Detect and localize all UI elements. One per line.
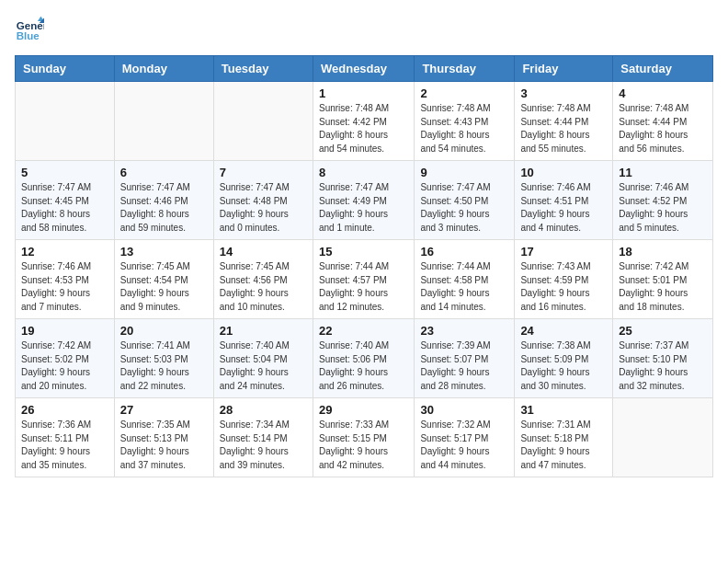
- day-info: Sunrise: 7:46 AM Sunset: 4:52 PM Dayligh…: [619, 181, 707, 235]
- svg-text:Blue: Blue: [17, 30, 40, 41]
- day-number: 3: [520, 86, 607, 100]
- day-number: 28: [220, 403, 307, 417]
- calendar-cell: 1Sunrise: 7:48 AM Sunset: 4:42 PM Daylig…: [313, 82, 414, 161]
- day-header-saturday: Saturday: [613, 56, 713, 82]
- calendar-cell: 25Sunrise: 7:37 AM Sunset: 5:10 PM Dayli…: [613, 319, 713, 398]
- calendar-cell: [114, 82, 213, 161]
- day-info: Sunrise: 7:46 AM Sunset: 4:51 PM Dayligh…: [520, 181, 607, 235]
- day-number: 11: [619, 166, 707, 179]
- day-number: 30: [420, 403, 508, 417]
- day-info: Sunrise: 7:47 AM Sunset: 4:49 PM Dayligh…: [319, 181, 408, 235]
- calendar-cell: 31Sunrise: 7:31 AM Sunset: 5:18 PM Dayli…: [515, 398, 613, 477]
- calendar-cell: 28Sunrise: 7:34 AM Sunset: 5:14 PM Dayli…: [213, 398, 313, 477]
- calendar-cell: 27Sunrise: 7:35 AM Sunset: 5:13 PM Dayli…: [114, 398, 213, 477]
- day-info: Sunrise: 7:44 AM Sunset: 4:57 PM Dayligh…: [319, 260, 408, 314]
- day-header-tuesday: Tuesday: [213, 56, 313, 82]
- day-number: 17: [520, 245, 607, 259]
- day-info: Sunrise: 7:45 AM Sunset: 4:54 PM Dayligh…: [120, 260, 208, 314]
- calendar-table: SundayMondayTuesdayWednesdayThursdayFrid…: [15, 55, 713, 477]
- calendar-cell: 23Sunrise: 7:39 AM Sunset: 5:07 PM Dayli…: [415, 319, 515, 398]
- day-info: Sunrise: 7:32 AM Sunset: 5:17 PM Dayligh…: [420, 419, 508, 472]
- day-number: 13: [120, 245, 208, 259]
- day-number: 31: [520, 403, 607, 417]
- day-info: Sunrise: 7:46 AM Sunset: 4:53 PM Dayligh…: [21, 260, 108, 314]
- calendar-cell: 13Sunrise: 7:45 AM Sunset: 4:54 PM Dayli…: [114, 240, 213, 319]
- day-number: 7: [220, 166, 307, 179]
- calendar-cell: 16Sunrise: 7:44 AM Sunset: 4:58 PM Dayli…: [415, 240, 515, 319]
- calendar-cell: 30Sunrise: 7:32 AM Sunset: 5:17 PM Dayli…: [415, 398, 515, 477]
- day-info: Sunrise: 7:48 AM Sunset: 4:44 PM Dayligh…: [520, 102, 607, 155]
- day-number: 16: [420, 245, 508, 259]
- calendar-cell: [213, 82, 313, 161]
- day-number: 26: [21, 403, 108, 417]
- day-number: 23: [420, 324, 508, 338]
- calendar-cell: 7Sunrise: 7:47 AM Sunset: 4:48 PM Daylig…: [213, 161, 313, 240]
- calendar-cell: 6Sunrise: 7:47 AM Sunset: 4:46 PM Daylig…: [114, 161, 213, 240]
- day-number: 25: [619, 324, 707, 338]
- logo: General Blue: [15, 15, 48, 44]
- day-number: 24: [520, 324, 607, 338]
- day-number: 22: [319, 324, 408, 338]
- day-info: Sunrise: 7:43 AM Sunset: 4:59 PM Dayligh…: [520, 260, 607, 314]
- day-info: Sunrise: 7:38 AM Sunset: 5:09 PM Dayligh…: [520, 339, 607, 393]
- calendar-cell: 14Sunrise: 7:45 AM Sunset: 4:56 PM Dayli…: [213, 240, 313, 319]
- calendar-cell: [613, 398, 713, 477]
- day-info: Sunrise: 7:42 AM Sunset: 5:01 PM Dayligh…: [619, 260, 707, 314]
- day-info: Sunrise: 7:35 AM Sunset: 5:13 PM Dayligh…: [120, 419, 208, 472]
- day-number: 4: [619, 86, 707, 100]
- calendar-cell: 10Sunrise: 7:46 AM Sunset: 4:51 PM Dayli…: [515, 161, 613, 240]
- day-info: Sunrise: 7:48 AM Sunset: 4:42 PM Dayligh…: [319, 102, 408, 155]
- calendar-cell: 17Sunrise: 7:43 AM Sunset: 4:59 PM Dayli…: [515, 240, 613, 319]
- day-info: Sunrise: 7:42 AM Sunset: 5:02 PM Dayligh…: [21, 339, 108, 393]
- day-number: 10: [520, 166, 607, 179]
- calendar-cell: 20Sunrise: 7:41 AM Sunset: 5:03 PM Dayli…: [114, 319, 213, 398]
- day-header-sunday: Sunday: [16, 56, 115, 82]
- day-info: Sunrise: 7:47 AM Sunset: 4:45 PM Dayligh…: [21, 181, 108, 235]
- calendar-cell: 26Sunrise: 7:36 AM Sunset: 5:11 PM Dayli…: [16, 398, 115, 477]
- day-number: 9: [420, 166, 508, 179]
- calendar-week-3: 12Sunrise: 7:46 AM Sunset: 4:53 PM Dayli…: [16, 240, 713, 319]
- day-header-thursday: Thursday: [415, 56, 515, 82]
- day-info: Sunrise: 7:47 AM Sunset: 4:48 PM Dayligh…: [220, 181, 307, 235]
- calendar-cell: 19Sunrise: 7:42 AM Sunset: 5:02 PM Dayli…: [16, 319, 115, 398]
- day-info: Sunrise: 7:31 AM Sunset: 5:18 PM Dayligh…: [520, 419, 607, 472]
- calendar-cell: 3Sunrise: 7:48 AM Sunset: 4:44 PM Daylig…: [515, 82, 613, 161]
- calendar-week-4: 19Sunrise: 7:42 AM Sunset: 5:02 PM Dayli…: [16, 319, 713, 398]
- day-info: Sunrise: 7:40 AM Sunset: 5:04 PM Dayligh…: [220, 339, 307, 393]
- day-number: 15: [319, 245, 408, 259]
- day-info: Sunrise: 7:44 AM Sunset: 4:58 PM Dayligh…: [420, 260, 508, 314]
- day-info: Sunrise: 7:47 AM Sunset: 4:46 PM Dayligh…: [120, 181, 208, 235]
- calendar-cell: 5Sunrise: 7:47 AM Sunset: 4:45 PM Daylig…: [16, 161, 115, 240]
- day-info: Sunrise: 7:45 AM Sunset: 4:56 PM Dayligh…: [220, 260, 307, 314]
- calendar-header-row: SundayMondayTuesdayWednesdayThursdayFrid…: [16, 56, 713, 82]
- day-number: 19: [21, 324, 108, 338]
- day-number: 5: [21, 166, 108, 179]
- day-info: Sunrise: 7:48 AM Sunset: 4:43 PM Dayligh…: [420, 102, 508, 155]
- page-header: General Blue: [15, 15, 713, 44]
- calendar-cell: 15Sunrise: 7:44 AM Sunset: 4:57 PM Dayli…: [313, 240, 414, 319]
- day-header-wednesday: Wednesday: [313, 56, 414, 82]
- day-info: Sunrise: 7:47 AM Sunset: 4:50 PM Dayligh…: [420, 181, 508, 235]
- calendar-cell: 29Sunrise: 7:33 AM Sunset: 5:15 PM Dayli…: [313, 398, 414, 477]
- calendar-week-2: 5Sunrise: 7:47 AM Sunset: 4:45 PM Daylig…: [16, 161, 713, 240]
- day-info: Sunrise: 7:36 AM Sunset: 5:11 PM Dayligh…: [21, 419, 108, 472]
- calendar-week-5: 26Sunrise: 7:36 AM Sunset: 5:11 PM Dayli…: [16, 398, 713, 477]
- day-number: 18: [619, 245, 707, 259]
- day-header-monday: Monday: [114, 56, 213, 82]
- day-number: 12: [21, 245, 108, 259]
- day-info: Sunrise: 7:33 AM Sunset: 5:15 PM Dayligh…: [319, 419, 408, 472]
- calendar-cell: 22Sunrise: 7:40 AM Sunset: 5:06 PM Dayli…: [313, 319, 414, 398]
- day-number: 1: [319, 86, 408, 100]
- calendar-cell: 8Sunrise: 7:47 AM Sunset: 4:49 PM Daylig…: [313, 161, 414, 240]
- calendar-cell: [16, 82, 115, 161]
- calendar-cell: 2Sunrise: 7:48 AM Sunset: 4:43 PM Daylig…: [415, 82, 515, 161]
- calendar-cell: 21Sunrise: 7:40 AM Sunset: 5:04 PM Dayli…: [213, 319, 313, 398]
- calendar-cell: 9Sunrise: 7:47 AM Sunset: 4:50 PM Daylig…: [415, 161, 515, 240]
- day-info: Sunrise: 7:41 AM Sunset: 5:03 PM Dayligh…: [120, 339, 208, 393]
- calendar-cell: 11Sunrise: 7:46 AM Sunset: 4:52 PM Dayli…: [613, 161, 713, 240]
- day-number: 21: [220, 324, 307, 338]
- calendar-cell: 12Sunrise: 7:46 AM Sunset: 4:53 PM Dayli…: [16, 240, 115, 319]
- day-info: Sunrise: 7:34 AM Sunset: 5:14 PM Dayligh…: [220, 419, 307, 472]
- calendar-week-1: 1Sunrise: 7:48 AM Sunset: 4:42 PM Daylig…: [16, 82, 713, 161]
- day-number: 27: [120, 403, 208, 417]
